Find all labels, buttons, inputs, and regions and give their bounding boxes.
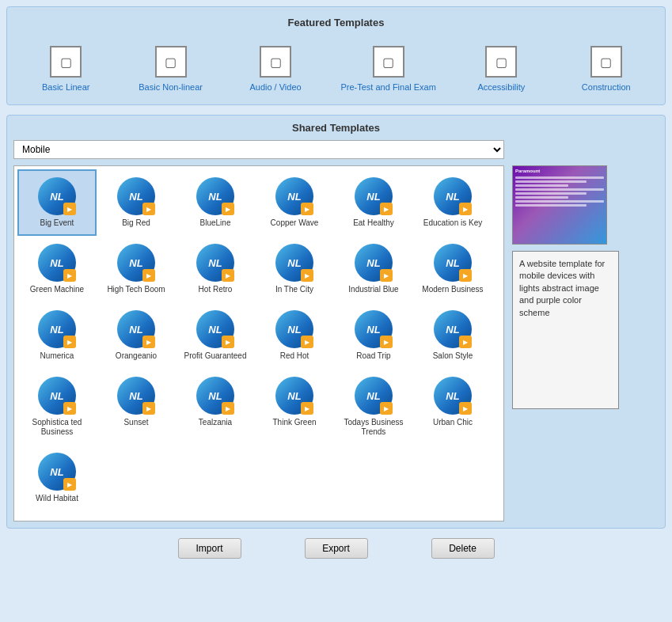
template-item-high-tech-boom[interactable]: High Tech Boom [97, 236, 176, 302]
template-icon-hot-retro [196, 244, 234, 282]
template-icon-sophisticated-business [38, 377, 76, 415]
template-item-blueline[interactable]: BlueLine [176, 169, 255, 236]
template-item-sunset[interactable]: Sunset [97, 369, 176, 445]
preview-line-1 [515, 176, 604, 179]
icon-badge-hot-retro [222, 269, 234, 282]
featured-item-construction[interactable]: ▢ Construction [567, 46, 646, 92]
import-button[interactable]: Import [178, 538, 241, 559]
preview-line-7 [515, 200, 604, 203]
featured-icon-audio-video: ▢ [260, 46, 291, 78]
template-item-todays-business-trends[interactable]: Todays Business Trends [334, 369, 413, 445]
icon-badge-eat-healthy [380, 203, 393, 215]
icon-badge-industrial-blue [380, 269, 393, 282]
template-name-red-hot: Red Hot [280, 351, 309, 361]
preview-img-title: Paramount [515, 169, 604, 173]
template-item-hot-retro[interactable]: Hot Retro [176, 236, 255, 302]
template-name-high-tech-boom: High Tech Boom [107, 285, 165, 294]
template-item-tealzania[interactable]: Tealzania [176, 369, 255, 445]
template-name-green-machine: Green Machine [30, 285, 84, 294]
featured-icon-construction: ▢ [590, 46, 622, 78]
template-name-modern-business: Modern Business [422, 285, 483, 294]
featured-label-pre-test-final: Pre-Test and Final Exam [340, 82, 435, 92]
icon-badge-salon-style [459, 336, 472, 348]
template-item-big-red[interactable]: Big Red [97, 169, 176, 236]
template-icon-profit-guaranteed [196, 310, 234, 348]
template-item-sophisticated-business[interactable]: Sophistica ted Business [17, 369, 97, 445]
featured-grid: ▢ Basic Linear ▢ Basic Non-linear ▢ Audi… [13, 40, 659, 98]
template-icon-road-trip [355, 310, 393, 348]
icon-badge-sunset [142, 402, 155, 415]
template-item-urban-chic[interactable]: Urban Chic [413, 369, 492, 445]
featured-title: Featured Templates [13, 13, 659, 32]
delete-button[interactable]: Delete [431, 538, 495, 559]
template-item-numerica[interactable]: Numerica [17, 302, 97, 369]
template-icon-todays-business-trends [355, 377, 393, 415]
icon-badge-road-trip [380, 336, 393, 348]
template-name-numerica: Numerica [40, 351, 74, 361]
template-name-industrial-blue: Industrial Blue [348, 285, 398, 294]
template-item-red-hot[interactable]: Red Hot [255, 302, 334, 369]
template-name-road-trip: Road Trip [356, 351, 390, 361]
featured-item-basic-nonlinear[interactable]: ▢ Basic Non-linear [131, 46, 211, 92]
preview-image: Paramount [512, 165, 607, 245]
preview-line-4 [515, 188, 604, 191]
template-icon-education-key [434, 177, 472, 215]
template-icon-green-machine [38, 244, 76, 282]
template-item-education-key[interactable]: Education is Key [413, 169, 492, 236]
export-button[interactable]: Export [305, 538, 368, 559]
template-name-salon-style: Salon Style [433, 351, 473, 361]
template-grid: Big Event Big Red BlueLine Copper Wave [14, 166, 503, 514]
featured-icon-pre-test-final: ▢ [373, 46, 404, 78]
preview-image-content: Paramount [513, 166, 606, 210]
template-item-road-trip[interactable]: Road Trip [334, 302, 413, 369]
template-grid-container[interactable]: Big Event Big Red BlueLine Copper Wave [13, 165, 504, 521]
template-name-in-the-city: In The City [275, 285, 313, 294]
template-name-eat-healthy: Eat Healthy [353, 218, 394, 228]
template-item-eat-healthy[interactable]: Eat Healthy [334, 169, 413, 236]
icon-badge-wild-habitat [63, 478, 76, 491]
shared-section: Shared Templates MobileCorporateEducatio… [6, 115, 666, 529]
bottom-buttons: Import Export Delete [6, 538, 666, 559]
template-icon-orangeanio [117, 310, 155, 348]
template-icon-red-hot [275, 310, 313, 348]
category-dropdown[interactable]: MobileCorporateEducationHealthcare [13, 140, 504, 159]
featured-item-pre-test-final[interactable]: ▢ Pre-Test and Final Exam [340, 46, 435, 92]
featured-label-basic-nonlinear: Basic Non-linear [139, 82, 203, 92]
featured-item-basic-linear[interactable]: ▢ Basic Linear [26, 46, 105, 92]
featured-item-audio-video[interactable]: ▢ Audio / Video [236, 46, 315, 92]
template-item-profit-guaranteed[interactable]: Profit Guaranteed [176, 302, 255, 369]
icon-badge-green-machine [63, 269, 76, 282]
icon-badge-urban-chic [459, 402, 472, 415]
template-icon-numerica [38, 310, 76, 348]
template-name-big-red: Big Red [122, 218, 150, 228]
shared-content: Big Event Big Red BlueLine Copper Wave [13, 165, 659, 521]
preview-line-5 [515, 192, 587, 195]
template-item-industrial-blue[interactable]: Industrial Blue [334, 236, 413, 302]
template-item-big-event[interactable]: Big Event [17, 169, 97, 236]
featured-section: Featured Templates ▢ Basic Linear ▢ Basi… [6, 6, 666, 105]
preview-line-8 [515, 204, 587, 207]
template-item-in-the-city[interactable]: In The City [255, 236, 334, 302]
icon-badge-high-tech-boom [142, 269, 155, 282]
template-name-education-key: Education is Key [423, 218, 483, 228]
featured-item-accessibility[interactable]: ▢ Accessibility [461, 46, 541, 92]
featured-label-construction: Construction [582, 82, 631, 92]
template-item-salon-style[interactable]: Salon Style [413, 302, 492, 369]
template-icon-salon-style [434, 310, 472, 348]
icon-badge-modern-business [459, 269, 472, 282]
icon-badge-orangeanio [142, 336, 155, 348]
preview-line-6 [515, 196, 568, 199]
template-name-sunset: Sunset [123, 418, 148, 427]
preview-panel: Paramount A website templa [512, 165, 623, 521]
template-item-wild-habitat[interactable]: Wild Habitat [17, 445, 97, 511]
template-item-modern-business[interactable]: Modern Business [413, 236, 492, 302]
template-item-green-machine[interactable]: Green Machine [17, 236, 97, 302]
template-item-think-green[interactable]: Think Green [255, 369, 334, 445]
template-item-orangeanio[interactable]: Orangeanio [97, 302, 176, 369]
icon-badge-copper-wave [301, 203, 313, 215]
icon-badge-sophisticated-business [63, 402, 76, 415]
template-item-copper-wave[interactable]: Copper Wave [255, 169, 334, 236]
template-name-big-event: Big Event [40, 218, 74, 228]
template-icon-modern-business [434, 244, 472, 282]
template-icon-urban-chic [434, 377, 472, 415]
